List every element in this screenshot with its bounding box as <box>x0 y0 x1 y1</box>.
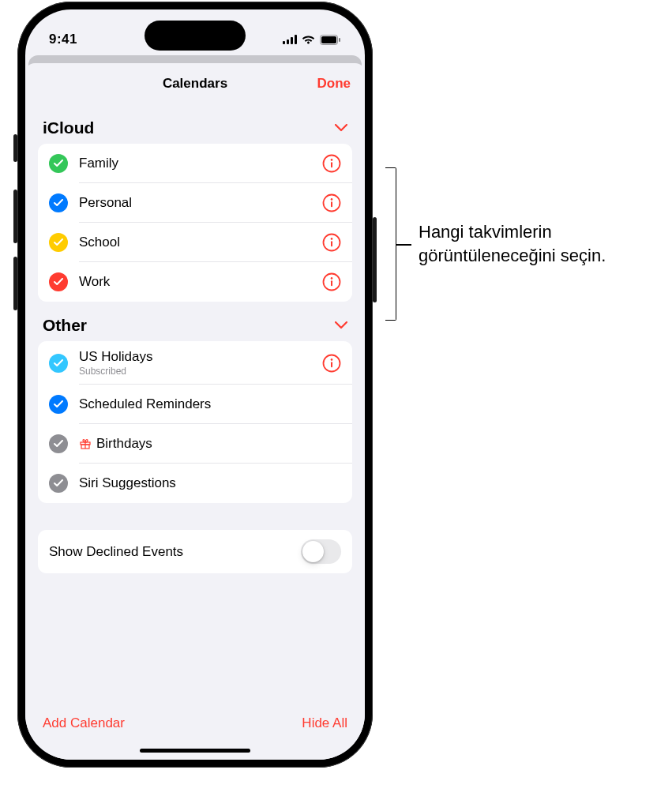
page-title: Calendars <box>163 76 227 92</box>
calendar-row-scheduled-reminders[interactable]: Scheduled Reminders <box>38 385 352 424</box>
svg-rect-0 <box>283 41 285 44</box>
calendar-row-birthdays[interactable]: Birthdays <box>38 424 352 464</box>
nav-bar: Calendars Done <box>25 63 365 104</box>
calendar-row-siri-suggestions[interactable]: Siri Suggestions <box>38 464 352 503</box>
checkmark-icon[interactable] <box>49 354 68 373</box>
checkmark-icon[interactable] <box>49 434 68 453</box>
svg-rect-2 <box>291 37 293 44</box>
scroll-content[interactable]: iCloud Family <box>25 104 365 704</box>
section-title-other: Other <box>43 316 87 335</box>
svg-rect-15 <box>331 241 332 246</box>
section-header-icloud: iCloud <box>38 104 352 144</box>
calendar-row-family[interactable]: Family <box>38 144 352 183</box>
callout-bracket <box>385 167 396 321</box>
calendar-label: Personal <box>79 195 322 211</box>
svg-rect-12 <box>331 201 332 207</box>
checkmark-icon[interactable] <box>49 233 68 252</box>
svg-rect-9 <box>331 162 332 167</box>
toggle-knob <box>302 541 324 562</box>
info-icon[interactable] <box>322 193 341 212</box>
callout-line-1: Hangi takvimlerin <box>419 222 552 242</box>
checkmark-icon[interactable] <box>49 272 68 291</box>
calendar-sublabel: Subscribed <box>79 366 322 377</box>
show-declined-row: Show Declined Events <box>38 530 352 573</box>
calendar-row-work[interactable]: Work <box>38 262 352 302</box>
callout-text: Hangi takvimlerin görüntüleneceğini seçi… <box>419 220 606 267</box>
info-icon[interactable] <box>322 272 341 291</box>
show-declined-toggle[interactable] <box>301 539 341 564</box>
status-time: 9:41 <box>49 32 77 47</box>
checkmark-icon[interactable] <box>49 474 68 493</box>
cellular-icon <box>283 35 297 44</box>
calendar-label: Work <box>79 274 322 290</box>
gift-icon <box>79 437 92 450</box>
done-button[interactable]: Done <box>317 76 351 92</box>
hide-all-button[interactable]: Hide All <box>302 715 347 731</box>
show-declined-label: Show Declined Events <box>49 544 183 560</box>
calendar-label: Scheduled Reminders <box>79 396 341 412</box>
calendar-label: Siri Suggestions <box>79 475 341 491</box>
svg-rect-6 <box>339 38 340 42</box>
other-calendar-list: US Holidays Subscribed Scheduled Re <box>38 341 352 503</box>
svg-rect-3 <box>295 35 297 44</box>
calendar-row-us-holidays[interactable]: US Holidays Subscribed <box>38 341 352 385</box>
calendars-sheet: Calendars Done iCloud <box>25 63 365 760</box>
calendar-row-personal[interactable]: Personal <box>38 183 352 223</box>
icloud-calendar-list: Family Personal <box>38 144 352 302</box>
chevron-down-icon[interactable] <box>335 318 347 332</box>
calendar-label: Birthdays <box>96 436 152 452</box>
checkmark-icon[interactable] <box>49 154 68 173</box>
svg-rect-18 <box>331 280 332 286</box>
info-icon[interactable] <box>322 233 341 252</box>
svg-point-14 <box>331 238 333 240</box>
chevron-down-icon[interactable] <box>335 121 347 135</box>
svg-rect-1 <box>287 39 289 44</box>
section-header-other: Other <box>38 302 352 341</box>
svg-rect-21 <box>331 362 332 367</box>
add-calendar-button[interactable]: Add Calendar <box>43 715 125 731</box>
callout-line-2: görüntüleneceğini seçin. <box>419 246 606 265</box>
info-icon[interactable] <box>322 154 341 173</box>
checkmark-icon[interactable] <box>49 395 68 414</box>
svg-rect-5 <box>321 36 336 43</box>
calendar-label: Family <box>79 156 322 171</box>
side-button-power <box>373 217 377 302</box>
svg-point-17 <box>331 277 333 280</box>
svg-point-11 <box>331 198 333 201</box>
section-title-icloud: iCloud <box>43 118 94 137</box>
calendar-row-school[interactable]: School <box>38 223 352 262</box>
phone-frame: 9:41 Calendars Done <box>17 2 373 768</box>
checkmark-icon[interactable] <box>49 193 68 212</box>
phone-screen: 9:41 Calendars Done <box>25 9 365 760</box>
calendar-label: School <box>79 235 322 250</box>
svg-point-20 <box>331 359 333 361</box>
annotation-callout: Hangi takvimlerin görüntüleneceğini seçi… <box>385 167 606 321</box>
svg-point-8 <box>331 159 333 161</box>
wifi-icon <box>302 35 315 44</box>
dynamic-island <box>145 21 246 51</box>
battery-icon <box>320 35 341 45</box>
calendar-label: US Holidays <box>79 349 322 365</box>
info-icon[interactable] <box>322 354 341 373</box>
home-indicator[interactable] <box>140 749 250 753</box>
